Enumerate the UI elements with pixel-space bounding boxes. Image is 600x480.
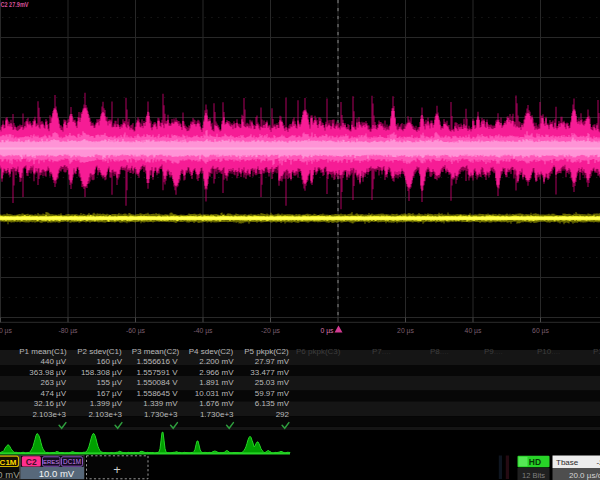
svg-text:1.891 mV: 1.891 mV: [199, 378, 234, 387]
svg-text:474 µV: 474 µV: [40, 389, 66, 398]
svg-text:40 µs: 40 µs: [465, 327, 482, 335]
svg-text:263 µV: 263 µV: [40, 378, 66, 387]
svg-text:P6 pkpk(C3): P6 pkpk(C3): [296, 347, 341, 356]
svg-text:-2: -2: [597, 458, 600, 467]
svg-text:C2: C2: [26, 457, 37, 467]
svg-text:P4 sdev(C2): P4 sdev(C2): [189, 347, 234, 356]
svg-text:1.730e+3: 1.730e+3: [144, 410, 178, 419]
svg-text:DC1M: DC1M: [0, 458, 17, 467]
svg-text:160 µV: 160 µV: [96, 357, 122, 366]
svg-text:0 µs: 0 µs: [321, 327, 335, 335]
svg-text:1.399 µV: 1.399 µV: [90, 399, 123, 408]
svg-text:1.339 mV: 1.339 mV: [143, 399, 178, 408]
svg-text:33.477 mV: 33.477 mV: [250, 368, 289, 377]
svg-text:10.0 mV: 10.0 mV: [0, 469, 20, 480]
svg-text:158.308 µV: 158.308 µV: [81, 368, 123, 377]
svg-text:ERES: ERES: [43, 459, 59, 465]
svg-text:DC1M: DC1M: [63, 458, 81, 465]
svg-text:-40 µs: -40 µs: [193, 327, 213, 335]
svg-text:1.556616 V: 1.556616 V: [137, 357, 179, 366]
svg-text:12 Bits: 12 Bits: [522, 471, 545, 480]
svg-text:363.98 µV: 363.98 µV: [29, 368, 66, 377]
svg-text:2.966 mV: 2.966 mV: [199, 368, 234, 377]
svg-text:27.97 mV: 27.97 mV: [255, 357, 290, 366]
svg-text:10.0 mV: 10.0 mV: [39, 468, 75, 479]
svg-text:-100 µs: -100 µs: [0, 327, 13, 335]
svg-text:+: +: [113, 462, 121, 477]
svg-text:32.16 µV: 32.16 µV: [34, 399, 67, 408]
svg-text:-60 µs: -60 µs: [126, 327, 146, 335]
svg-text:25.03 mV: 25.03 mV: [255, 378, 290, 387]
svg-text:59.97 mV: 59.97 mV: [255, 389, 290, 398]
svg-text:P8....: P8....: [430, 347, 449, 356]
svg-text:1.557591 V: 1.557591 V: [137, 368, 179, 377]
svg-text:Tbase: Tbase: [556, 458, 579, 467]
svg-text:2.200 mV: 2.200 mV: [199, 357, 234, 366]
svg-text:1.550084 V: 1.550084 V: [137, 378, 179, 387]
svg-text:P9....: P9....: [484, 347, 503, 356]
svg-text:P5 pkpk(C2): P5 pkpk(C2): [244, 347, 289, 356]
svg-text:440 µV: 440 µV: [40, 357, 66, 366]
svg-text:10.031 mV: 10.031 mV: [195, 389, 234, 398]
svg-text:1.558645 V: 1.558645 V: [137, 389, 179, 398]
svg-text:HD: HD: [529, 457, 541, 467]
svg-text:1.676 mV: 1.676 mV: [199, 399, 234, 408]
svg-text:167 µV: 167 µV: [96, 389, 122, 398]
svg-text:P1 mean(C1): P1 mean(C1): [19, 347, 67, 356]
svg-text:P10....: P10....: [537, 347, 560, 356]
svg-text:-80 µs: -80 µs: [58, 327, 78, 335]
svg-text:20.0 µs/div: 20.0 µs/div: [569, 471, 600, 480]
svg-text:1.730e+3: 1.730e+3: [200, 410, 234, 419]
svg-text:P7....: P7....: [372, 347, 391, 356]
svg-text:P2 sdev(C1): P2 sdev(C1): [77, 347, 122, 356]
svg-text:155 µV: 155 µV: [96, 378, 122, 387]
svg-text:C2 27.9mV: C2 27.9mV: [1, 0, 29, 9]
svg-text:-20 µs: -20 µs: [261, 327, 281, 335]
svg-text:P1....: P1....: [593, 347, 600, 356]
svg-text:2.103e+3: 2.103e+3: [32, 410, 66, 419]
svg-text:60 µs: 60 µs: [532, 327, 549, 335]
svg-text:292: 292: [276, 410, 290, 419]
svg-text:P3 mean(C2): P3 mean(C2): [132, 347, 180, 356]
svg-text:20 µs: 20 µs: [397, 327, 414, 335]
svg-text:6.135 mV: 6.135 mV: [255, 399, 290, 408]
svg-text:2.103e+3: 2.103e+3: [88, 410, 122, 419]
